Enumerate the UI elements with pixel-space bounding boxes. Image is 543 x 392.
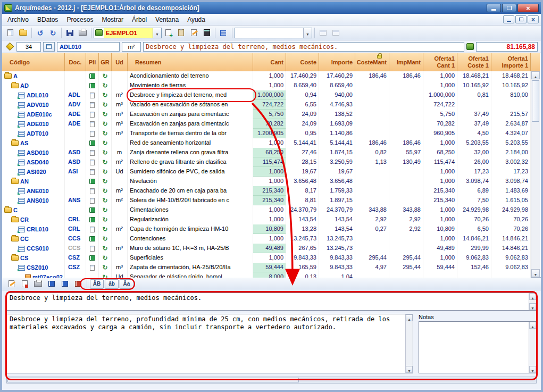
column-header[interactable]: CosteMant	[355, 53, 389, 71]
table-row[interactable]: ADE010cADEm³Excavación en zanjas para ci…	[2, 110, 531, 119]
vertical-scrollbar[interactable]	[531, 53, 540, 277]
mdi-minimize-button[interactable]	[503, 15, 514, 23]
scrollbar-thumb[interactable]	[532, 80, 539, 122]
dictionary-button[interactable]	[45, 278, 57, 290]
table-row[interactable]: ADV010ADVm³Vaciado en excavación de sóta…	[2, 100, 531, 110]
table-row[interactable]: CSCSZSuperficiales1,0009.843,339.843,332…	[2, 253, 531, 263]
cascade-windows-button[interactable]	[317, 27, 329, 39]
redo-button[interactable]	[47, 27, 59, 39]
short-description-scrollbar[interactable]	[529, 293, 536, 310]
title-bar[interactable]: Arquímedes - 2012.j - [EJEMPLO1:Árbol de…	[2, 2, 541, 14]
budget-button[interactable]	[201, 27, 213, 39]
table-row[interactable]: CCS010CCSm³Muro de sótano 1C, H<=3 m, HA…	[2, 244, 531, 253]
menu-item[interactable]: Archivo	[3, 14, 33, 25]
table-row[interactable]: CSZ010CSZm³Zapata de cimentación, HA-25/…	[2, 263, 531, 272]
menu-item[interactable]: Ventana	[151, 14, 183, 25]
long-description-scrollbar[interactable]	[405, 314, 413, 373]
table-row[interactable]: ADE010ADEm³Excavación en zanjas para cim…	[2, 119, 531, 129]
table-row[interactable]: ADL010ADLm²Desbroce y limpieza del terre…	[2, 90, 531, 100]
close-button[interactable]	[517, 4, 539, 12]
scroll-down-button[interactable]	[529, 303, 536, 310]
unit-field[interactable]: m²	[122, 42, 141, 52]
table-row[interactable]: ADT010m³Transporte de tierras dentro de …	[2, 129, 531, 138]
open-file-button[interactable]	[17, 27, 29, 39]
table-row[interactable]: ANNivelación1,0003.656,483.656,481,0003.…	[2, 177, 531, 186]
mdi-close-button[interactable]	[528, 15, 539, 23]
table-row[interactable]: CCCCSContenciones1,00013.245,7313.245,73…	[2, 234, 531, 244]
edit-text-button[interactable]	[5, 278, 18, 290]
menu-item[interactable]: Procesos	[62, 14, 97, 25]
column-header[interactable]: Resumen	[128, 53, 253, 71]
scroll-down-button[interactable]	[531, 269, 540, 277]
maximize-button[interactable]	[502, 4, 516, 12]
table-row[interactable]: ASRed de saneamiento horizontal1,0005.14…	[2, 138, 531, 148]
tree-view-button[interactable]	[218, 27, 230, 39]
table-row[interactable]: CRL010CRLm²Capa de hormigón de limpieza …	[2, 224, 531, 234]
scroll-up-button[interactable]	[529, 322, 536, 329]
database-selector[interactable]: EJEMPLO1	[94, 28, 162, 38]
column-header[interactable]: Doc.	[65, 53, 86, 71]
code-field[interactable]: ADL010	[57, 42, 120, 52]
scroll-up-button[interactable]	[529, 293, 536, 300]
add-branch-button[interactable]	[162, 27, 174, 39]
column-header[interactable]: Oferta1Cant 1	[423, 53, 457, 71]
window-dropdown-button[interactable]	[303, 28, 312, 38]
column-header[interactable]: Cant	[253, 53, 286, 71]
new-document-button[interactable]	[4, 27, 16, 39]
description-field[interactable]: Desbroce y limpieza del terreno, medios …	[143, 42, 464, 52]
column-header[interactable]: Coste	[286, 53, 319, 71]
table-row[interactable]: mt07aco02...UdSeparador de plástico rígi…	[2, 272, 531, 278]
thesaurus-button[interactable]	[59, 278, 71, 290]
print-button[interactable]	[77, 27, 89, 39]
uppercase-button[interactable]: ÂB	[90, 279, 104, 289]
table-row[interactable]: ASD010ASDmZanja drenante rellena con gra…	[2, 148, 531, 157]
menu-item[interactable]: Mostrar	[97, 14, 128, 25]
short-description-input[interactable]: Desbroce y limpieza del terreno, medios …	[7, 293, 529, 310]
menu-item[interactable]: Árbol	[128, 14, 151, 25]
table-row[interactable]: CCimentaciones1,00024.370,7924.370,79343…	[2, 205, 531, 215]
column-header[interactable]: Código	[2, 53, 65, 71]
table-row[interactable]: AAcondicionamiento del terreno1,00017.46…	[2, 71, 531, 81]
table-row[interactable]: ASD040ASDm²Relleno de grava filtrante si…	[2, 157, 531, 167]
long-description-input[interactable]: Desbroce y limpieza del terreno, profund…	[7, 314, 405, 373]
spelling-button[interactable]	[72, 278, 84, 290]
scroll-up-button[interactable]	[531, 71, 540, 79]
edit-document-button[interactable]	[188, 27, 200, 39]
scroll-up-button[interactable]	[406, 314, 413, 321]
attach-document-button[interactable]	[19, 278, 31, 290]
column-header[interactable]: Ud	[112, 53, 128, 71]
column-header[interactable]: Pli	[86, 53, 99, 71]
minimize-button[interactable]	[487, 4, 501, 12]
row-number-field[interactable]: 34	[16, 42, 41, 52]
scroll-down-button[interactable]	[406, 366, 413, 373]
table-row[interactable]: ADMovimiento de tierras1,0008.659,408.65…	[2, 81, 531, 90]
notes-input[interactable]	[419, 322, 529, 373]
horizontal-scrollbar[interactable]	[6, 377, 537, 383]
menu-item[interactable]: Ayuda	[183, 14, 210, 25]
table-row[interactable]: ANE010m²Encachado de 20 cm en caja para …	[2, 186, 531, 196]
table-row[interactable]: CRCRLRegularización1,000143,54143,542,92…	[2, 215, 531, 224]
table-row[interactable]: ASI020ASIUdSumidero sifónico de PVC, de …	[2, 167, 531, 177]
column-header[interactable]: Oferta1Importe 1	[491, 53, 531, 71]
column-header[interactable]: Oferta1Coste 1	[457, 53, 491, 71]
horizontal-scrollbar-thumb[interactable]	[7, 378, 299, 382]
capitalize-button[interactable]: Âa	[120, 279, 133, 289]
notes-scrollbar[interactable]	[529, 322, 536, 373]
column-header[interactable]: GR	[99, 53, 112, 71]
undo-button[interactable]	[34, 27, 46, 39]
code-picker-button[interactable]	[43, 42, 55, 52]
column-header[interactable]: ImpMant	[389, 53, 423, 71]
table-row[interactable]: ANS010ANSm²Solera de HM-10/B/20/I fabric…	[2, 196, 531, 205]
mdi-restore-button[interactable]	[515, 15, 527, 23]
column-header[interactable]: Importe	[319, 53, 355, 71]
database-dropdown-button[interactable]	[153, 28, 161, 38]
scrollbar-track[interactable]	[531, 79, 540, 269]
window-selector[interactable]	[235, 28, 312, 38]
paste-branch-button[interactable]	[175, 27, 187, 39]
tile-windows-button[interactable]	[330, 27, 342, 39]
lowercase-button[interactable]: âb	[105, 279, 119, 289]
print-text-button[interactable]	[32, 278, 44, 290]
save-button[interactable]	[64, 27, 76, 39]
scroll-down-button[interactable]	[529, 366, 536, 373]
menu-item[interactable]: BDatos	[33, 14, 62, 25]
